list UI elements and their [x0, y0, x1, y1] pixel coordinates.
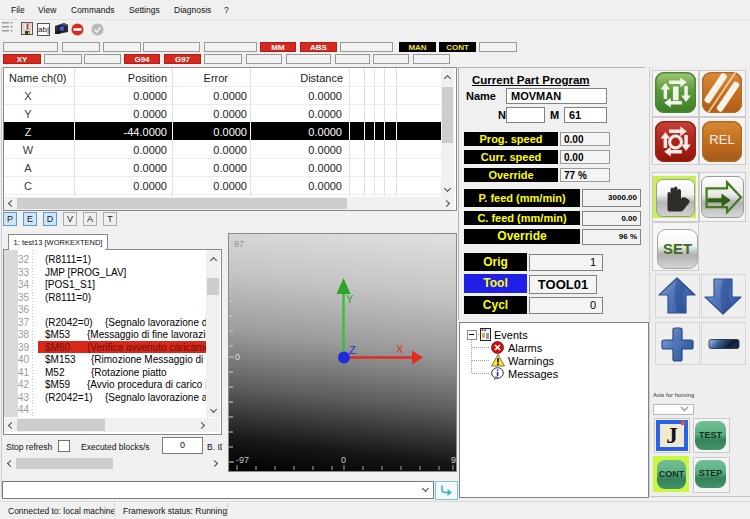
svg-text:Z: Z [349, 344, 356, 356]
svg-text:X: X [396, 343, 404, 355]
svg-text:9: 9 [451, 455, 456, 465]
svg-text:Y: Y [346, 293, 354, 305]
svg-text:-97: -97 [236, 455, 249, 465]
svg-text:97: 97 [234, 239, 244, 249]
svg-text:0: 0 [341, 455, 346, 465]
svg-text:0: 0 [235, 352, 240, 362]
